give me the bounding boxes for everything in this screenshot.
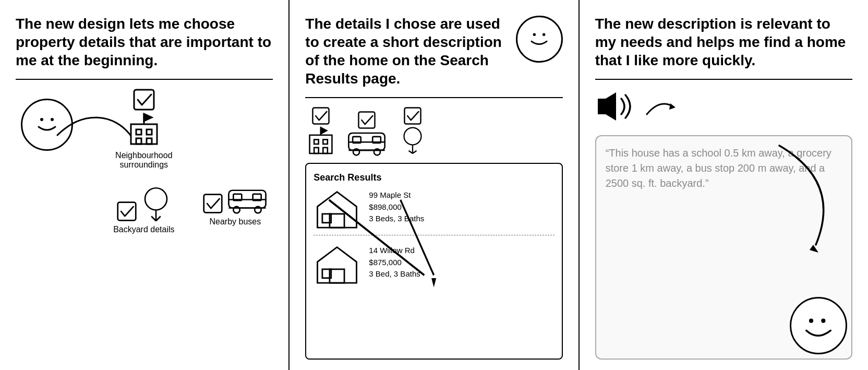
person-2 bbox=[516, 16, 563, 63]
checkbox-neighbourhood-icon bbox=[132, 88, 155, 111]
svg-rect-26 bbox=[310, 135, 332, 153]
panel1-title: The new design lets me choose property d… bbox=[16, 15, 273, 69]
speaker-icon bbox=[595, 88, 637, 125]
p2-tree-item bbox=[397, 106, 428, 157]
panel1-content: Neighbourhood surroundings bbox=[16, 88, 273, 360]
panel2-icons-row bbox=[305, 106, 562, 157]
buses-label: Nearby buses bbox=[209, 217, 261, 226]
panel3-content: “This house has a school 0.5 km away, a … bbox=[595, 88, 852, 360]
svg-rect-27 bbox=[314, 139, 319, 144]
svg-marker-9 bbox=[144, 114, 152, 121]
svg-rect-4 bbox=[136, 129, 141, 135]
svg-rect-56 bbox=[598, 99, 606, 114]
svg-point-11 bbox=[145, 188, 167, 210]
checkbox-p2-tree bbox=[403, 106, 422, 125]
smiley-icon-1 bbox=[31, 109, 63, 140]
svg-point-24 bbox=[542, 33, 546, 36]
listing-2-address: 14 Willow Rd bbox=[369, 245, 420, 257]
panel-3: The new description is relevant to my ne… bbox=[580, 0, 868, 370]
tree-p2-icon bbox=[397, 125, 428, 157]
svg-rect-5 bbox=[147, 129, 152, 135]
bus-p2-icon bbox=[346, 129, 388, 157]
smiley-listener-icon bbox=[800, 307, 837, 344]
svg-rect-28 bbox=[323, 139, 328, 144]
listing-2-price: $875,000 bbox=[369, 257, 420, 269]
smiley-icon-2 bbox=[525, 25, 553, 54]
search-results-box: Search Results 99 Maple St $898,000 3 Be… bbox=[305, 163, 562, 360]
svg-point-0 bbox=[40, 118, 43, 121]
checkbox-buses-icon bbox=[202, 193, 223, 214]
svg-marker-55 bbox=[606, 92, 616, 121]
buses-item: Nearby buses bbox=[197, 185, 273, 234]
listing-1-details: 3 Beds, 3 Baths bbox=[369, 213, 424, 225]
p2-bus-item bbox=[346, 111, 388, 157]
house-1-icon bbox=[314, 189, 360, 229]
svg-rect-3 bbox=[131, 124, 157, 144]
listing-2-info: 14 Willow Rd $875,000 3 Bed, 3 Baths bbox=[369, 245, 420, 280]
svg-point-59 bbox=[821, 319, 825, 323]
panel-1: The new design lets me choose property d… bbox=[0, 0, 290, 370]
panel1-icons-grid: Neighbourhood surroundings bbox=[106, 88, 273, 234]
neighbourhood-item: Neighbourhood surroundings bbox=[106, 88, 182, 170]
svg-point-23 bbox=[533, 33, 536, 36]
backyard-item: Backyard details bbox=[106, 185, 182, 234]
checkbox-p2-building bbox=[311, 106, 330, 125]
checkbox-p2-bus bbox=[357, 111, 376, 129]
panel2-wrapper: Search Results 99 Maple St $898,000 3 Be… bbox=[305, 106, 562, 360]
checkbox-backyard-icon bbox=[116, 201, 137, 222]
bus-icon bbox=[226, 185, 268, 214]
backyard-label: Backyard details bbox=[113, 225, 174, 234]
panel1-divider bbox=[16, 79, 273, 80]
building-p2-icon bbox=[305, 125, 336, 157]
svg-marker-57 bbox=[669, 103, 676, 110]
speech-text: “This house has a school 0.5 km away, a … bbox=[606, 147, 831, 189]
svg-rect-7 bbox=[147, 138, 152, 144]
speaker-row bbox=[595, 88, 852, 125]
neighbourhood-label: Neighbourhood surroundings bbox=[106, 151, 182, 170]
sr-heading: Search Results bbox=[314, 172, 554, 183]
house-2-icon bbox=[314, 245, 360, 284]
table-row: 14 Willow Rd $875,000 3 Bed, 3 Baths bbox=[314, 245, 554, 290]
svg-point-42 bbox=[404, 128, 421, 145]
panel3-divider bbox=[595, 79, 852, 80]
svg-marker-32 bbox=[321, 127, 327, 134]
curved-arrow-icon bbox=[644, 96, 676, 117]
tree-backyard-icon bbox=[140, 185, 172, 222]
table-row: 99 Maple St $898,000 3 Beds, 3 Baths bbox=[314, 189, 554, 235]
panel-2: The details I chose are used to create a… bbox=[290, 0, 579, 370]
p2-building-item bbox=[305, 106, 336, 157]
person-listener bbox=[790, 297, 847, 354]
svg-rect-29 bbox=[314, 148, 319, 153]
svg-rect-30 bbox=[323, 148, 328, 153]
listing-2-details: 3 Bed, 3 Baths bbox=[369, 268, 420, 280]
listing-1-address: 99 Maple St bbox=[369, 189, 424, 201]
listing-1-info: 99 Maple St $898,000 3 Beds, 3 Baths bbox=[369, 189, 424, 225]
svg-rect-6 bbox=[136, 138, 141, 144]
svg-point-58 bbox=[809, 319, 813, 323]
svg-point-1 bbox=[51, 118, 54, 121]
panel3-title: The new description is relevant to my ne… bbox=[595, 15, 852, 69]
person-1 bbox=[21, 99, 73, 151]
building-icon bbox=[126, 111, 162, 148]
listing-1-price: $898,000 bbox=[369, 201, 424, 213]
panel2-divider bbox=[305, 97, 562, 98]
